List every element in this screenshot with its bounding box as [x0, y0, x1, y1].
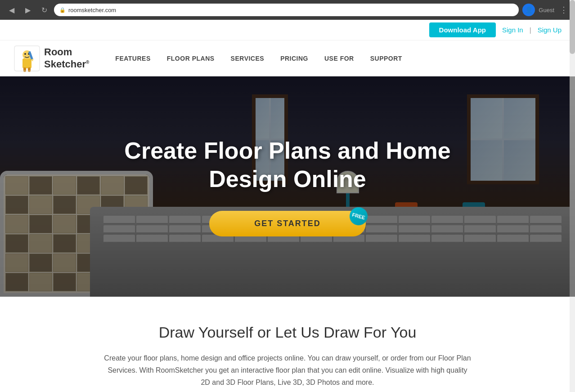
- user-label: Guest: [539, 7, 554, 13]
- logo[interactable]: Room Sketcher®: [13, 45, 89, 72]
- hero-title: Create Floor Plans and Home Design Onlin…: [85, 137, 490, 193]
- nav-use-for[interactable]: USE FOR: [316, 55, 362, 62]
- section-title: Draw Yourself or Let Us Draw For You: [13, 324, 562, 341]
- nav-services[interactable]: SERVICES: [223, 55, 273, 62]
- svg-rect-0: [22, 58, 31, 68]
- separator: |: [530, 26, 531, 34]
- logo-icon: [13, 45, 40, 72]
- browser-menu-button[interactable]: ⋮: [558, 3, 570, 17]
- address-bar[interactable]: 🔒 roomsketcher.com: [54, 4, 519, 16]
- sign-in-link[interactable]: Sign In: [502, 26, 523, 34]
- browser-right-controls: 👤 Guest ⋮: [522, 3, 570, 17]
- back-button[interactable]: ◀: [5, 4, 18, 16]
- sign-up-link[interactable]: Sign Up: [538, 26, 562, 34]
- browser-chrome: ◀ ▶ ↻ 🔒 roomsketcher.com 👤 Guest ⋮: [0, 0, 575, 20]
- download-app-button[interactable]: Download App: [429, 22, 496, 37]
- nav-bar: Room Sketcher® FEATURES FLOOR PLANS SERV…: [0, 40, 575, 76]
- url-text: roomsketcher.com: [68, 7, 116, 13]
- lock-icon: 🔒: [59, 7, 66, 13]
- hero-content: Create Floor Plans and Home Design Onlin…: [0, 76, 575, 297]
- forward-button[interactable]: ▶: [22, 4, 34, 16]
- top-bar: Download App Sign In | Sign Up: [0, 20, 575, 40]
- logo-text: Room Sketcher®: [44, 46, 89, 70]
- get-started-button[interactable]: GET STARTED: [209, 211, 366, 236]
- nav-links: FEATURES FLOOR PLANS SERVICES PRICING US…: [107, 55, 410, 62]
- content-section: Draw Yourself or Let Us Draw For You Cre…: [0, 297, 575, 392]
- nav-pricing[interactable]: PRICING: [272, 55, 316, 62]
- nav-floor-plans[interactable]: FLOOR PLANS: [159, 55, 223, 62]
- user-avatar[interactable]: 👤: [522, 4, 535, 16]
- user-icon: 👤: [525, 6, 533, 13]
- cta-container: GET STARTED FREE: [209, 211, 366, 236]
- section-description: Create your floor plans, home design and…: [103, 352, 472, 389]
- refresh-button[interactable]: ↻: [38, 4, 50, 16]
- nav-support[interactable]: SUPPORT: [362, 55, 410, 62]
- top-bar-actions: Download App Sign In | Sign Up: [429, 22, 562, 37]
- hero-section: Create Floor Plans and Home Design Onlin…: [0, 76, 575, 297]
- nav-features[interactable]: FEATURES: [107, 55, 158, 62]
- scrollbar-thumb[interactable]: [570, 0, 575, 54]
- svg-point-2: [24, 53, 26, 55]
